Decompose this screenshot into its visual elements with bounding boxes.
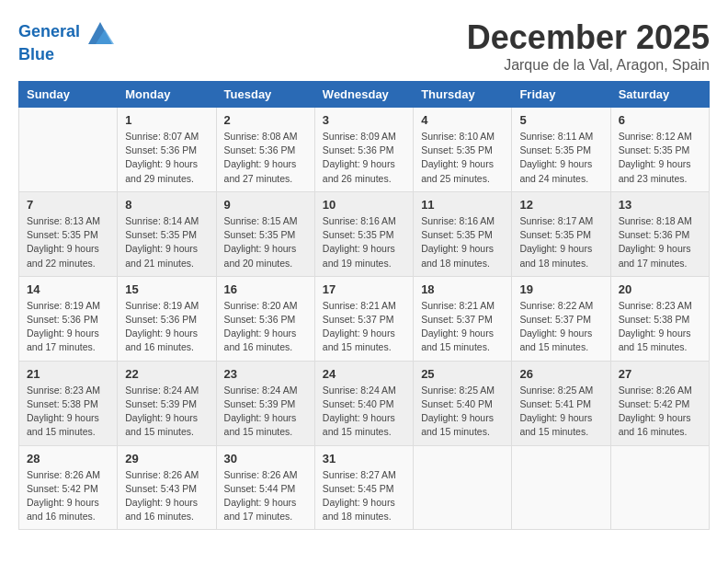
day-detail: Sunrise: 8:20 AMSunset: 5:36 PMDaylight:… xyxy=(224,299,307,355)
calendar-cell: 28Sunrise: 8:26 AMSunset: 5:42 PMDayligh… xyxy=(19,445,118,530)
day-detail: Sunrise: 8:16 AMSunset: 5:35 PMDaylight:… xyxy=(323,214,405,270)
day-detail: Sunrise: 8:23 AMSunset: 5:38 PMDaylight:… xyxy=(27,384,109,440)
day-number: 8 xyxy=(125,198,208,212)
calendar-cell: 27Sunrise: 8:26 AMSunset: 5:42 PMDayligh… xyxy=(610,361,709,445)
calendar-cell: 16Sunrise: 8:20 AMSunset: 5:36 PMDayligh… xyxy=(216,276,314,361)
day-number: 21 xyxy=(27,367,109,381)
day-detail: Sunrise: 8:16 AMSunset: 5:35 PMDaylight:… xyxy=(421,214,504,270)
calendar-week-row: 7Sunrise: 8:13 AMSunset: 5:35 PMDaylight… xyxy=(19,191,710,276)
day-number: 12 xyxy=(519,198,602,212)
day-detail: Sunrise: 8:24 AMSunset: 5:39 PMDaylight:… xyxy=(125,384,208,440)
calendar-cell: 13Sunrise: 8:18 AMSunset: 5:36 PMDayligh… xyxy=(610,191,709,276)
calendar-cell: 30Sunrise: 8:26 AMSunset: 5:44 PMDayligh… xyxy=(216,445,314,530)
day-detail: Sunrise: 8:27 AMSunset: 5:45 PMDaylight:… xyxy=(323,468,405,524)
calendar-cell: 26Sunrise: 8:25 AMSunset: 5:41 PMDayligh… xyxy=(512,361,610,445)
calendar-cell: 31Sunrise: 8:27 AMSunset: 5:45 PMDayligh… xyxy=(314,445,413,530)
day-detail: Sunrise: 8:07 AMSunset: 5:36 PMDaylight:… xyxy=(125,130,208,186)
calendar-week-row: 28Sunrise: 8:26 AMSunset: 5:42 PMDayligh… xyxy=(19,445,710,530)
day-detail: Sunrise: 8:19 AMSunset: 5:36 PMDaylight:… xyxy=(27,299,109,355)
calendar-cell xyxy=(19,108,118,192)
calendar-cell: 21Sunrise: 8:23 AMSunset: 5:38 PMDayligh… xyxy=(19,361,118,445)
day-detail: Sunrise: 8:11 AMSunset: 5:35 PMDaylight:… xyxy=(519,130,602,186)
calendar-cell: 25Sunrise: 8:25 AMSunset: 5:40 PMDayligh… xyxy=(414,361,512,445)
day-number: 16 xyxy=(224,282,307,296)
calendar-cell: 18Sunrise: 8:21 AMSunset: 5:37 PMDayligh… xyxy=(414,276,512,361)
day-detail: Sunrise: 8:09 AMSunset: 5:36 PMDaylight:… xyxy=(323,130,405,186)
weekday-header-row: SundayMondayTuesdayWednesdayThursdayFrid… xyxy=(19,82,710,108)
day-number: 14 xyxy=(27,282,109,296)
day-number: 23 xyxy=(224,367,307,381)
day-detail: Sunrise: 8:26 AMSunset: 5:43 PMDaylight:… xyxy=(125,468,208,524)
calendar-body: 1Sunrise: 8:07 AMSunset: 5:36 PMDaylight… xyxy=(19,108,710,530)
day-detail: Sunrise: 8:24 AMSunset: 5:39 PMDaylight:… xyxy=(224,384,307,440)
day-number: 11 xyxy=(421,198,504,212)
calendar-cell: 22Sunrise: 8:24 AMSunset: 5:39 PMDayligh… xyxy=(118,361,216,445)
weekday-header-saturday: Saturday xyxy=(610,82,709,108)
day-detail: Sunrise: 8:24 AMSunset: 5:40 PMDaylight:… xyxy=(323,384,405,440)
calendar-cell: 19Sunrise: 8:22 AMSunset: 5:37 PMDayligh… xyxy=(512,276,610,361)
day-detail: Sunrise: 8:22 AMSunset: 5:37 PMDaylight:… xyxy=(519,299,602,355)
logo-blue-text: Blue xyxy=(18,46,114,64)
calendar-cell: 6Sunrise: 8:12 AMSunset: 5:35 PMDaylight… xyxy=(610,108,709,192)
day-number: 10 xyxy=(323,198,405,212)
calendar-cell: 12Sunrise: 8:17 AMSunset: 5:35 PMDayligh… xyxy=(512,191,610,276)
calendar-week-row: 1Sunrise: 8:07 AMSunset: 5:36 PMDaylight… xyxy=(19,108,710,192)
weekday-header-friday: Friday xyxy=(512,82,610,108)
day-number: 7 xyxy=(27,198,109,212)
logo-icon xyxy=(86,18,114,46)
day-number: 9 xyxy=(224,198,307,212)
calendar-cell: 23Sunrise: 8:24 AMSunset: 5:39 PMDayligh… xyxy=(216,361,314,445)
day-detail: Sunrise: 8:19 AMSunset: 5:36 PMDaylight:… xyxy=(125,299,208,355)
calendar-cell: 1Sunrise: 8:07 AMSunset: 5:36 PMDaylight… xyxy=(118,108,216,192)
day-detail: Sunrise: 8:25 AMSunset: 5:40 PMDaylight:… xyxy=(421,384,504,440)
day-detail: Sunrise: 8:23 AMSunset: 5:38 PMDaylight:… xyxy=(619,299,701,355)
page-header: General Blue December 2025 Jarque de la … xyxy=(18,18,710,74)
day-number: 6 xyxy=(619,113,701,127)
calendar-cell: 2Sunrise: 8:08 AMSunset: 5:36 PMDaylight… xyxy=(216,108,314,192)
calendar-cell: 5Sunrise: 8:11 AMSunset: 5:35 PMDaylight… xyxy=(512,108,610,192)
day-number: 22 xyxy=(125,367,208,381)
calendar-cell xyxy=(512,445,610,530)
calendar-cell: 8Sunrise: 8:14 AMSunset: 5:35 PMDaylight… xyxy=(118,191,216,276)
day-number: 4 xyxy=(421,113,504,127)
calendar-cell: 3Sunrise: 8:09 AMSunset: 5:36 PMDaylight… xyxy=(314,108,413,192)
day-number: 2 xyxy=(224,113,307,127)
logo-text: General xyxy=(18,18,114,46)
day-detail: Sunrise: 8:13 AMSunset: 5:35 PMDaylight:… xyxy=(27,214,109,270)
calendar-cell: 24Sunrise: 8:24 AMSunset: 5:40 PMDayligh… xyxy=(314,361,413,445)
day-detail: Sunrise: 8:26 AMSunset: 5:42 PMDaylight:… xyxy=(27,468,109,524)
calendar-cell xyxy=(414,445,512,530)
location: Jarque de la Val, Aragon, Spain xyxy=(467,57,710,74)
calendar-week-row: 21Sunrise: 8:23 AMSunset: 5:38 PMDayligh… xyxy=(19,361,710,445)
day-detail: Sunrise: 8:25 AMSunset: 5:41 PMDaylight:… xyxy=(519,384,602,440)
calendar-cell: 15Sunrise: 8:19 AMSunset: 5:36 PMDayligh… xyxy=(118,276,216,361)
day-detail: Sunrise: 8:18 AMSunset: 5:36 PMDaylight:… xyxy=(619,214,701,270)
day-detail: Sunrise: 8:17 AMSunset: 5:35 PMDaylight:… xyxy=(519,214,602,270)
day-number: 25 xyxy=(421,367,504,381)
day-detail: Sunrise: 8:26 AMSunset: 5:44 PMDaylight:… xyxy=(224,468,307,524)
calendar-cell: 10Sunrise: 8:16 AMSunset: 5:35 PMDayligh… xyxy=(314,191,413,276)
title-block: December 2025 Jarque de la Val, Aragon, … xyxy=(467,18,710,74)
day-number: 31 xyxy=(323,452,405,465)
day-number: 27 xyxy=(619,367,701,381)
day-number: 30 xyxy=(224,452,307,465)
weekday-header-monday: Monday xyxy=(118,82,216,108)
day-number: 1 xyxy=(125,113,208,127)
day-detail: Sunrise: 8:10 AMSunset: 5:35 PMDaylight:… xyxy=(421,130,504,186)
logo: General Blue xyxy=(18,18,114,64)
weekday-header-wednesday: Wednesday xyxy=(314,82,413,108)
calendar-table: SundayMondayTuesdayWednesdayThursdayFrid… xyxy=(18,81,710,530)
day-detail: Sunrise: 8:21 AMSunset: 5:37 PMDaylight:… xyxy=(323,299,405,355)
calendar-cell: 4Sunrise: 8:10 AMSunset: 5:35 PMDaylight… xyxy=(414,108,512,192)
day-number: 29 xyxy=(125,452,208,465)
calendar-cell: 20Sunrise: 8:23 AMSunset: 5:38 PMDayligh… xyxy=(610,276,709,361)
calendar-cell: 17Sunrise: 8:21 AMSunset: 5:37 PMDayligh… xyxy=(314,276,413,361)
calendar-cell: 11Sunrise: 8:16 AMSunset: 5:35 PMDayligh… xyxy=(414,191,512,276)
day-number: 5 xyxy=(519,113,602,127)
day-detail: Sunrise: 8:14 AMSunset: 5:35 PMDaylight:… xyxy=(125,214,208,270)
day-detail: Sunrise: 8:08 AMSunset: 5:36 PMDaylight:… xyxy=(224,130,307,186)
day-number: 15 xyxy=(125,282,208,296)
day-detail: Sunrise: 8:21 AMSunset: 5:37 PMDaylight:… xyxy=(421,299,504,355)
day-detail: Sunrise: 8:26 AMSunset: 5:42 PMDaylight:… xyxy=(619,384,701,440)
day-number: 28 xyxy=(27,452,109,465)
